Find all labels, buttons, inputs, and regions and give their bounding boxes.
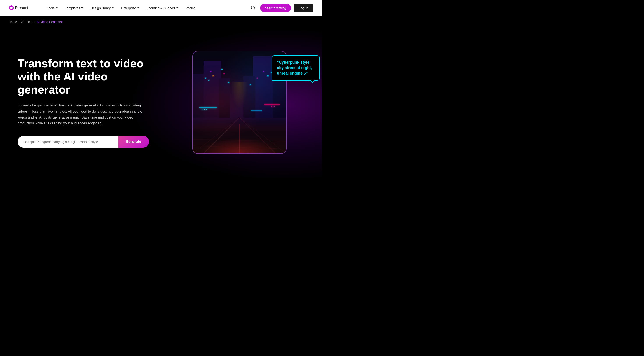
nav-enterprise[interactable]: Enterprise [118, 4, 143, 11]
building-3 [219, 78, 230, 118]
breadcrumb-current: AI Video Generator [36, 20, 63, 24]
svg-line-4 [254, 9, 256, 10]
nav-tools[interactable]: Tools [43, 4, 62, 11]
nav-learning-support[interactable]: Learning & Support [143, 4, 182, 11]
nav-pricing-label: Pricing [186, 6, 196, 10]
breadcrumb-sep-2: › [34, 20, 35, 23]
nav-right: Start creating Log in [249, 3, 313, 12]
window-5 [221, 69, 222, 70]
svg-line-8 [193, 118, 240, 153]
hero-description: In need of a quick video? Use the AI vid… [18, 102, 144, 126]
nav-links: Tools Templates Design library Enterpris… [43, 4, 249, 11]
chevron-down-icon [176, 6, 178, 9]
breadcrumb-sep-1: › [18, 20, 20, 23]
breadcrumb: Home › AI Tools › AI Video Generator [0, 16, 322, 28]
search-button[interactable] [249, 3, 258, 12]
svg-line-9 [240, 118, 286, 153]
start-creating-button[interactable]: Start creating [260, 4, 291, 12]
search-icon [251, 5, 256, 10]
breadcrumb-ai-tools[interactable]: AI Tools [21, 20, 32, 24]
window-8 [267, 75, 268, 76]
window-3 [210, 71, 212, 72]
nav-design-library[interactable]: Design library [87, 4, 118, 11]
window-11 [256, 78, 258, 78]
window-12 [228, 82, 229, 83]
building-5 [253, 56, 273, 118]
window-2 [208, 80, 210, 81]
generate-button[interactable]: Generate [118, 136, 149, 148]
hero-title: Transform text to video with the AI vide… [18, 57, 156, 96]
nav-enterprise-label: Enterprise [121, 6, 136, 10]
logo[interactable]: Picsart [9, 4, 33, 12]
nav-learning-support-label: Learning & Support [146, 6, 175, 10]
svg-point-1 [10, 6, 13, 9]
chevron-down-icon [137, 6, 140, 9]
chat-bubble-text: "Cyberpunk style city street at night, u… [277, 60, 312, 75]
hero-right: "Cyberpunk style city street at night, u… [166, 51, 313, 154]
neon-bar-2 [264, 104, 280, 105]
nav-templates[interactable]: Templates [62, 4, 87, 11]
hero-section: Transform text to video with the AI vide… [0, 28, 322, 181]
neon-bar-1 [199, 107, 217, 108]
window-9 [263, 71, 264, 72]
svg-line-5 [204, 118, 239, 153]
video-prompt-input[interactable] [18, 136, 118, 148]
hero-left: Transform text to video with the AI vide… [18, 57, 166, 148]
neon-bar-3 [251, 110, 262, 111]
nav-templates-label: Templates [65, 6, 80, 10]
svg-text:Picsart: Picsart [15, 6, 28, 10]
chevron-down-icon [81, 6, 84, 9]
nav-tools-label: Tools [47, 6, 54, 10]
neon-sign-2: NEO [270, 105, 275, 107]
hero-input-row: Generate [18, 136, 149, 148]
chevron-down-icon [56, 6, 58, 9]
street [193, 118, 286, 153]
window-6 [224, 73, 224, 74]
nav-design-library-label: Design library [90, 6, 110, 10]
navbar: Picsart Tools Templates Design library E… [0, 0, 322, 16]
nav-pricing[interactable]: Pricing [182, 4, 199, 11]
building-6 [243, 76, 256, 118]
window-1 [205, 78, 206, 78]
window-13 [250, 84, 251, 85]
chat-bubble: "Cyberpunk style city street at night, u… [272, 55, 320, 81]
neon-sign-1: ZONE [202, 108, 207, 110]
window-4 [212, 75, 214, 76]
login-button[interactable]: Log in [294, 4, 313, 12]
chevron-down-icon [112, 6, 114, 9]
breadcrumb-home[interactable]: Home [9, 20, 17, 24]
street-lines-svg [193, 118, 286, 153]
